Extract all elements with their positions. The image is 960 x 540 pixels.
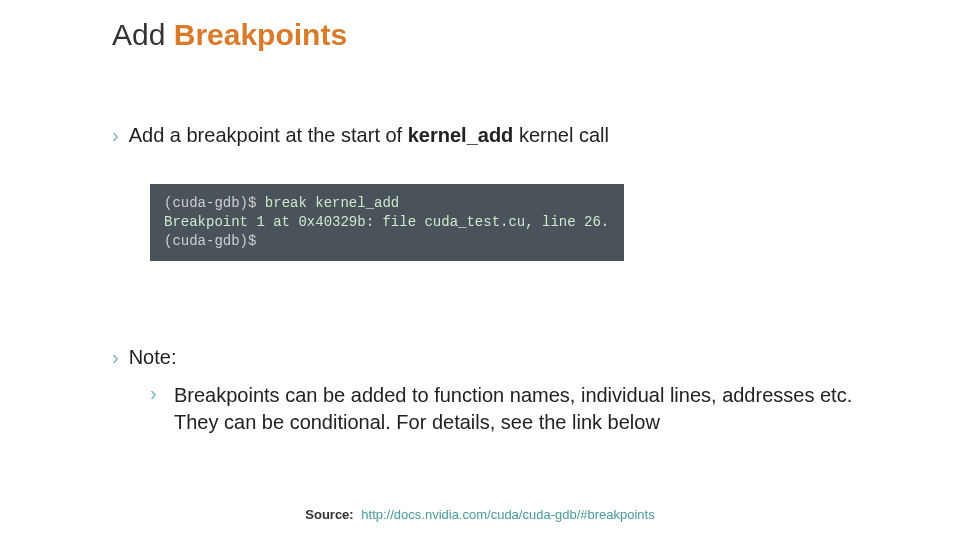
title-word-add: Add <box>112 18 174 51</box>
bullet-text-kernel: kernel_add <box>408 124 514 146</box>
terminal-line-3: (cuda-gdb)$ <box>164 232 610 251</box>
bullet-note-text: Note: <box>129 346 177 368</box>
bullet-add-breakpoint: ›Add a breakpoint at the start of kernel… <box>112 124 609 147</box>
slide-title: Add Breakpoints <box>112 18 347 52</box>
sub-bullet-details: › Breakpoints can be added to function n… <box>150 382 900 436</box>
terminal-command: break kernel_add <box>256 195 399 211</box>
sub-bullet-text: Breakpoints can be added to function nam… <box>174 382 900 436</box>
chevron-icon: › <box>150 382 157 405</box>
bullet-note: ›Note: <box>112 346 176 369</box>
source-line: Source: http://docs.nvidia.com/cuda/cuda… <box>0 507 960 522</box>
terminal-prompt: (cuda-gdb)$ <box>164 233 256 249</box>
chevron-icon: › <box>112 124 119 146</box>
bullet-text-post: kernel call <box>513 124 609 146</box>
source-url[interactable]: http://docs.nvidia.com/cuda/cuda-gdb/#br… <box>361 507 654 522</box>
bullet-text: Add a breakpoint at the start of kernel_… <box>129 124 609 146</box>
terminal-line-1: (cuda-gdb)$ break kernel_add <box>164 194 610 213</box>
chevron-icon: › <box>112 346 119 368</box>
bullet-text-pre: Add a breakpoint at the start of <box>129 124 408 146</box>
terminal-block: (cuda-gdb)$ break kernel_add Breakpoint … <box>150 184 624 261</box>
title-word-breakpoints: Breakpoints <box>174 18 347 51</box>
source-label: Source: <box>305 507 353 522</box>
terminal-line-2: Breakpoint 1 at 0x40329b: file cuda_test… <box>164 213 610 232</box>
terminal-prompt: (cuda-gdb)$ <box>164 195 256 211</box>
